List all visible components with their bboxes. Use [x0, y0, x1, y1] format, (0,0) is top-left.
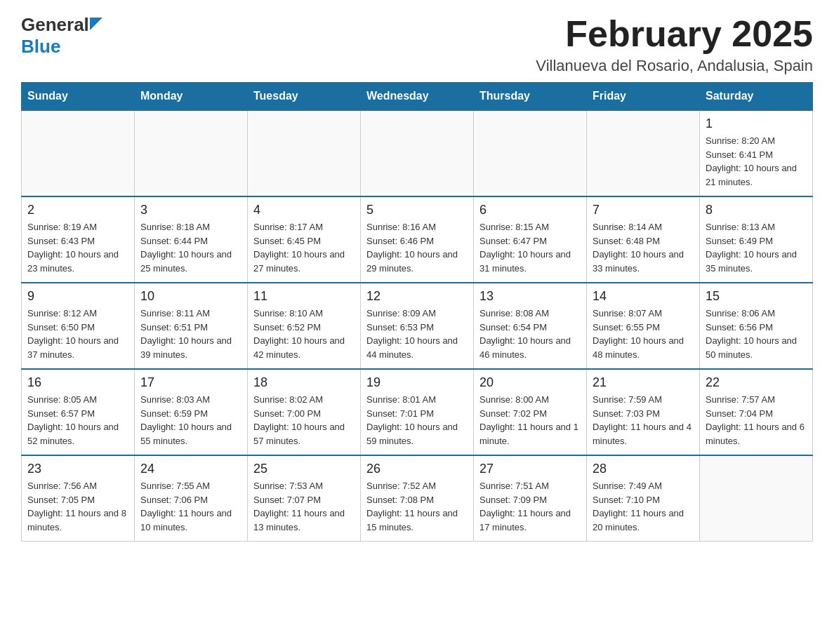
- day-number: 19: [366, 375, 468, 390]
- day-info: Sunrise: 8:05 AMSunset: 6:57 PMDaylight:…: [27, 393, 128, 448]
- day-info: Sunrise: 8:20 AMSunset: 6:41 PMDaylight:…: [706, 134, 807, 189]
- day-info: Sunrise: 7:57 AMSunset: 7:04 PMDaylight:…: [706, 393, 807, 448]
- calendar-day-cell: [135, 110, 248, 196]
- calendar-day-cell: 18Sunrise: 8:02 AMSunset: 7:00 PMDayligh…: [248, 369, 361, 455]
- day-number: 13: [479, 289, 581, 304]
- day-number: 17: [140, 375, 241, 390]
- day-info: Sunrise: 8:18 AMSunset: 6:44 PMDaylight:…: [140, 220, 241, 275]
- day-number: 15: [706, 289, 807, 304]
- calendar-day-header: Saturday: [700, 83, 813, 111]
- day-info: Sunrise: 8:15 AMSunset: 6:47 PMDaylight:…: [479, 220, 581, 275]
- logo-triangle-icon: [90, 18, 102, 30]
- day-number: 18: [253, 375, 355, 390]
- location-title: Villanueva del Rosario, Andalusia, Spain: [536, 57, 813, 75]
- calendar-week-row: 9Sunrise: 8:12 AMSunset: 6:50 PMDaylight…: [22, 283, 813, 369]
- calendar-day-cell: [361, 110, 474, 196]
- day-number: 20: [479, 375, 581, 390]
- calendar-day-cell: 23Sunrise: 7:56 AMSunset: 7:05 PMDayligh…: [22, 455, 135, 542]
- day-info: Sunrise: 8:11 AMSunset: 6:51 PMDaylight:…: [140, 307, 241, 361]
- day-number: 24: [140, 462, 241, 476]
- calendar-day-cell: 13Sunrise: 8:08 AMSunset: 6:54 PMDayligh…: [474, 283, 587, 369]
- calendar-day-cell: [248, 110, 361, 196]
- calendar-header-row: SundayMondayTuesdayWednesdayThursdayFrid…: [22, 83, 813, 111]
- day-info: Sunrise: 8:17 AMSunset: 6:45 PMDaylight:…: [253, 220, 355, 275]
- calendar-day-cell: 22Sunrise: 7:57 AMSunset: 7:04 PMDayligh…: [700, 369, 813, 455]
- day-info: Sunrise: 7:52 AMSunset: 7:08 PMDaylight:…: [366, 479, 468, 534]
- calendar-day-header: Wednesday: [361, 83, 474, 111]
- day-number: 8: [706, 203, 807, 217]
- day-info: Sunrise: 8:12 AMSunset: 6:50 PMDaylight:…: [27, 307, 128, 361]
- day-number: 27: [479, 462, 581, 476]
- calendar-day-header: Monday: [135, 83, 248, 111]
- day-info: Sunrise: 7:59 AMSunset: 7:03 PMDaylight:…: [593, 393, 694, 448]
- day-number: 4: [253, 203, 355, 217]
- calendar-table: SundayMondayTuesdayWednesdayThursdayFrid…: [21, 82, 813, 542]
- day-number: 25: [253, 462, 355, 476]
- calendar-week-row: 23Sunrise: 7:56 AMSunset: 7:05 PMDayligh…: [22, 455, 813, 542]
- day-info: Sunrise: 7:56 AMSunset: 7:05 PMDaylight:…: [27, 479, 128, 534]
- day-number: 22: [706, 375, 807, 390]
- calendar-day-cell: 11Sunrise: 8:10 AMSunset: 6:52 PMDayligh…: [248, 283, 361, 369]
- day-info: Sunrise: 7:55 AMSunset: 7:06 PMDaylight:…: [140, 479, 241, 534]
- calendar-week-row: 1Sunrise: 8:20 AMSunset: 6:41 PMDaylight…: [22, 110, 813, 196]
- day-info: Sunrise: 8:08 AMSunset: 6:54 PMDaylight:…: [479, 307, 581, 361]
- logo-blue: Blue: [21, 36, 60, 58]
- day-number: 14: [593, 289, 694, 304]
- day-number: 7: [593, 203, 694, 217]
- day-info: Sunrise: 8:14 AMSunset: 6:48 PMDaylight:…: [593, 220, 694, 275]
- calendar-day-cell: 21Sunrise: 7:59 AMSunset: 7:03 PMDayligh…: [587, 369, 700, 455]
- calendar-day-cell: 7Sunrise: 8:14 AMSunset: 6:48 PMDaylight…: [587, 196, 700, 283]
- calendar-day-cell: 27Sunrise: 7:51 AMSunset: 7:09 PMDayligh…: [474, 455, 587, 542]
- calendar-day-cell: 3Sunrise: 8:18 AMSunset: 6:44 PMDaylight…: [135, 196, 248, 283]
- month-title: February 2025: [536, 14, 813, 54]
- day-info: Sunrise: 8:10 AMSunset: 6:52 PMDaylight:…: [253, 307, 355, 361]
- day-info: Sunrise: 7:49 AMSunset: 7:10 PMDaylight:…: [593, 479, 694, 534]
- calendar-day-cell: [587, 110, 700, 196]
- calendar-day-cell: 19Sunrise: 8:01 AMSunset: 7:01 PMDayligh…: [361, 369, 474, 455]
- day-info: Sunrise: 8:01 AMSunset: 7:01 PMDaylight:…: [366, 393, 468, 448]
- calendar-week-row: 16Sunrise: 8:05 AMSunset: 6:57 PMDayligh…: [22, 369, 813, 455]
- day-number: 3: [140, 203, 241, 217]
- day-number: 16: [27, 375, 128, 390]
- calendar-week-row: 2Sunrise: 8:19 AMSunset: 6:43 PMDaylight…: [22, 196, 813, 283]
- calendar-day-header: Sunday: [22, 83, 135, 111]
- calendar-day-cell: 5Sunrise: 8:16 AMSunset: 6:46 PMDaylight…: [361, 196, 474, 283]
- day-number: 11: [253, 289, 355, 304]
- calendar-day-cell: 28Sunrise: 7:49 AMSunset: 7:10 PMDayligh…: [587, 455, 700, 542]
- day-info: Sunrise: 8:19 AMSunset: 6:43 PMDaylight:…: [27, 220, 128, 275]
- calendar-day-cell: 14Sunrise: 8:07 AMSunset: 6:55 PMDayligh…: [587, 283, 700, 369]
- calendar-day-cell: 16Sunrise: 8:05 AMSunset: 6:57 PMDayligh…: [22, 369, 135, 455]
- day-number: 28: [593, 462, 694, 476]
- day-info: Sunrise: 7:53 AMSunset: 7:07 PMDaylight:…: [253, 479, 355, 534]
- day-info: Sunrise: 8:02 AMSunset: 7:00 PMDaylight:…: [253, 393, 355, 448]
- calendar-day-header: Friday: [587, 83, 700, 111]
- day-number: 1: [706, 116, 807, 131]
- day-number: 5: [366, 203, 468, 217]
- calendar-day-cell: 2Sunrise: 8:19 AMSunset: 6:43 PMDaylight…: [22, 196, 135, 283]
- calendar-day-header: Tuesday: [248, 83, 361, 111]
- calendar-day-cell: [474, 110, 587, 196]
- day-info: Sunrise: 8:16 AMSunset: 6:46 PMDaylight:…: [366, 220, 468, 275]
- day-info: Sunrise: 8:03 AMSunset: 6:59 PMDaylight:…: [140, 393, 241, 448]
- calendar-day-cell: [700, 455, 813, 542]
- logo: General Blue: [21, 14, 102, 58]
- day-number: 23: [27, 462, 128, 476]
- day-info: Sunrise: 8:07 AMSunset: 6:55 PMDaylight:…: [593, 307, 694, 361]
- calendar-day-cell: [22, 110, 135, 196]
- page-header: General Blue February 2025 Villanueva de…: [21, 14, 813, 75]
- calendar-day-cell: 12Sunrise: 8:09 AMSunset: 6:53 PMDayligh…: [361, 283, 474, 369]
- day-number: 10: [140, 289, 241, 304]
- title-block: February 2025 Villanueva del Rosario, An…: [536, 14, 813, 75]
- calendar-day-cell: 25Sunrise: 7:53 AMSunset: 7:07 PMDayligh…: [248, 455, 361, 542]
- calendar-day-cell: 15Sunrise: 8:06 AMSunset: 6:56 PMDayligh…: [700, 283, 813, 369]
- day-info: Sunrise: 7:51 AMSunset: 7:09 PMDaylight:…: [479, 479, 581, 534]
- day-number: 2: [27, 203, 128, 217]
- calendar-day-cell: 9Sunrise: 8:12 AMSunset: 6:50 PMDaylight…: [22, 283, 135, 369]
- day-info: Sunrise: 8:06 AMSunset: 6:56 PMDaylight:…: [706, 307, 807, 361]
- calendar-day-cell: 24Sunrise: 7:55 AMSunset: 7:06 PMDayligh…: [135, 455, 248, 542]
- day-number: 21: [593, 375, 694, 390]
- calendar-day-cell: 20Sunrise: 8:00 AMSunset: 7:02 PMDayligh…: [474, 369, 587, 455]
- day-info: Sunrise: 8:09 AMSunset: 6:53 PMDaylight:…: [366, 307, 468, 361]
- calendar-day-cell: 8Sunrise: 8:13 AMSunset: 6:49 PMDaylight…: [700, 196, 813, 283]
- calendar-day-cell: 6Sunrise: 8:15 AMSunset: 6:47 PMDaylight…: [474, 196, 587, 283]
